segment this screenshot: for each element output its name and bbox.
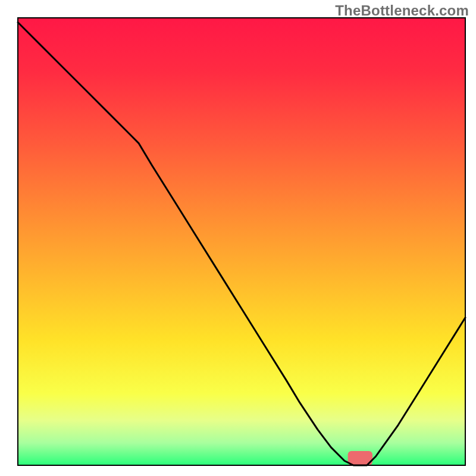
plot-background <box>18 18 465 465</box>
watermark-text: TheBottleneck.com <box>335 2 469 19</box>
chart-container: TheBottleneck.com <box>0 0 476 476</box>
bottleneck-chart <box>0 0 476 476</box>
